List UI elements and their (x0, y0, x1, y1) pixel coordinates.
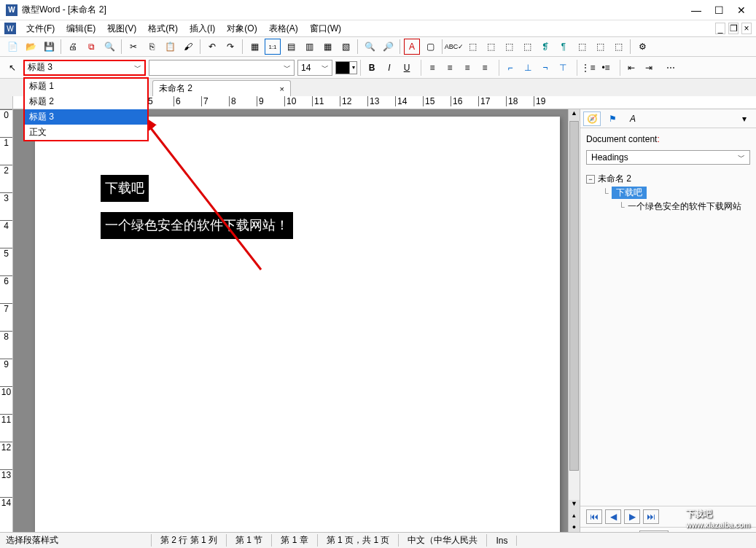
numbered-list-icon[interactable]: ⋮≡ (580, 60, 596, 76)
menu-file[interactable]: 文件(F) (22, 21, 59, 36)
status-insert-mode[interactable]: Ins (496, 536, 517, 546)
style-option[interactable]: 正文 (25, 125, 147, 140)
bullet-list-icon[interactable]: •≡ (598, 60, 614, 76)
obj3-icon[interactable]: ⬚ (501, 39, 517, 55)
panel-menu-icon[interactable]: ▾ (736, 111, 753, 126)
cursor-icon[interactable]: ↖ (4, 60, 20, 76)
prev-page-icon[interactable]: ▴ (569, 512, 580, 523)
bold-icon[interactable]: B (364, 60, 380, 76)
align-justify-icon[interactable]: ≡ (477, 60, 493, 76)
preview-icon[interactable]: 🔍 (101, 39, 117, 55)
tree-root[interactable]: − 未命名 2 (586, 172, 750, 186)
misc1-icon[interactable]: ⬚ (574, 39, 590, 55)
menu-view[interactable]: 视图(V) (103, 21, 141, 36)
style-option[interactable]: 标题 3 (25, 109, 147, 125)
menu-edit[interactable]: 编辑(E) (62, 21, 100, 36)
pdf-icon[interactable]: ⧉ (83, 39, 99, 55)
style-combo[interactable]: 标题 3 ﹀ 标题 1 标题 2 标题 3 正文 (23, 60, 146, 76)
close-button[interactable]: ✕ (737, 4, 746, 16)
menu-format[interactable]: 格式(R) (144, 21, 182, 36)
font-combo[interactable]: ﹀ (149, 60, 295, 76)
text-tab-icon[interactable]: A (624, 111, 642, 126)
tab-close-icon[interactable]: × (280, 85, 284, 93)
zoom2-icon[interactable]: 🔎 (380, 39, 396, 55)
spellcheck-icon[interactable]: ABC✓ (446, 39, 462, 55)
prev-icon[interactable]: ◀ (605, 509, 621, 524)
vertical-scrollbar[interactable]: ▲ ▼ ▴ ● ▾ (568, 109, 580, 547)
flag-tab-icon[interactable]: ⚑ (604, 111, 621, 126)
document-tab[interactable]: 未命名 2 × (152, 80, 291, 96)
size-combo[interactable]: 14 ﹀ (297, 60, 332, 76)
redo-icon[interactable]: ↷ (222, 39, 238, 55)
maximize-button[interactable]: ☐ (714, 4, 724, 16)
collapse-icon[interactable]: − (586, 175, 595, 184)
layout2-icon[interactable]: ▥ (301, 39, 317, 55)
new-icon[interactable]: 📄 (4, 39, 20, 55)
tab4-icon[interactable]: ⊤ (555, 60, 571, 76)
settings-icon[interactable]: ⚙ (634, 39, 650, 55)
table-icon[interactable]: ▦ (246, 39, 262, 55)
print-icon[interactable]: 🖨 (65, 39, 81, 55)
scroll-thumb[interactable] (569, 121, 579, 471)
misc2-icon[interactable]: ⬚ (592, 39, 608, 55)
obj1-icon[interactable]: ⬚ (464, 39, 480, 55)
tab1-icon[interactable]: ⌐ (502, 60, 518, 76)
style-option[interactable]: 标题 2 (25, 94, 147, 109)
scroll-down-icon[interactable]: ▼ (569, 500, 580, 512)
paste-icon[interactable]: 📋 (162, 39, 178, 55)
compass-tab-icon[interactable]: 🧭 (583, 111, 601, 126)
layout1-icon[interactable]: ▤ (283, 39, 299, 55)
more-icon[interactable]: ⋯ (663, 60, 679, 76)
fit-icon[interactable]: 1:1 (265, 39, 281, 55)
misc3-icon[interactable]: ⬚ (610, 39, 626, 55)
pilcrow-icon[interactable]: ¶ (556, 39, 572, 55)
symbol-icon[interactable]: ❡ (537, 39, 553, 55)
font-color-icon[interactable]: A (404, 39, 420, 55)
tree-node[interactable]: └ 一个绿色安全的软件下载网站 (618, 200, 750, 214)
obj4-icon[interactable]: ⬚ (519, 39, 535, 55)
mdi-controls: _ ❐ × (715, 23, 752, 34)
mdi-restore[interactable]: ❐ (728, 23, 739, 34)
italic-icon[interactable]: I (381, 60, 397, 76)
edit-region[interactable]: 下载吧 一个绿色安全的软件下载网站！ (13, 109, 568, 547)
align-left-icon[interactable]: ≡ (424, 60, 440, 76)
save-icon[interactable]: 💾 (41, 39, 57, 55)
underline-icon[interactable]: U (399, 60, 415, 76)
highlight-icon[interactable]: ▢ (422, 39, 438, 55)
tree-label-selected: 下载吧 (612, 187, 647, 199)
tab2-icon[interactable]: ⊥ (520, 60, 536, 76)
menu-window[interactable]: 窗口(W) (305, 21, 346, 36)
open-icon[interactable]: 📂 (23, 39, 39, 55)
style-option[interactable]: 标题 1 (25, 79, 147, 94)
last-icon[interactable]: ⏭ (643, 509, 659, 524)
mdi-close[interactable]: × (741, 23, 752, 34)
copy-icon[interactable]: ⎘ (144, 39, 160, 55)
indent-icon[interactable]: ⇥ (641, 60, 657, 76)
selected-text-line2[interactable]: 一个绿色安全的软件下载网站！ (101, 212, 293, 239)
cut-icon[interactable]: ✂ (125, 39, 141, 55)
first-icon[interactable]: ⏮ (586, 509, 602, 524)
obj2-icon[interactable]: ⬚ (483, 39, 499, 55)
selected-text-line1[interactable]: 下载吧 (101, 175, 149, 202)
layout4-icon[interactable]: ▧ (338, 39, 354, 55)
align-right-icon[interactable]: ≡ (459, 60, 475, 76)
align-center-icon[interactable]: ≡ (442, 60, 458, 76)
next-icon[interactable]: ▶ (624, 509, 640, 524)
menu-insert[interactable]: 插入(I) (185, 21, 219, 36)
format-painter-icon[interactable]: 🖌 (180, 39, 196, 55)
headings-select[interactable]: Headings ﹀ (586, 150, 750, 165)
zoom-icon[interactable]: 🔍 (362, 39, 378, 55)
tree-node[interactable]: └ 下载吧 (602, 186, 750, 200)
menu-object[interactable]: 对象(O) (222, 21, 261, 36)
tab3-icon[interactable]: ¬ (537, 60, 553, 76)
layout3-icon[interactable]: ▦ (319, 39, 335, 55)
page[interactable]: 下载吧 一个绿色安全的软件下载网站！ (35, 117, 560, 547)
minimize-button[interactable]: — (691, 4, 701, 16)
undo-icon[interactable]: ↶ (204, 39, 220, 55)
menu-table[interactable]: 表格(A) (265, 21, 303, 36)
vertical-ruler[interactable]: 01234567891011121314 (0, 109, 13, 547)
outdent-icon[interactable]: ⇤ (623, 60, 639, 76)
scroll-up-icon[interactable]: ▲ (569, 109, 580, 121)
mdi-minimize[interactable]: _ (715, 23, 725, 34)
font-color-picker[interactable]: ▾ (335, 61, 357, 74)
